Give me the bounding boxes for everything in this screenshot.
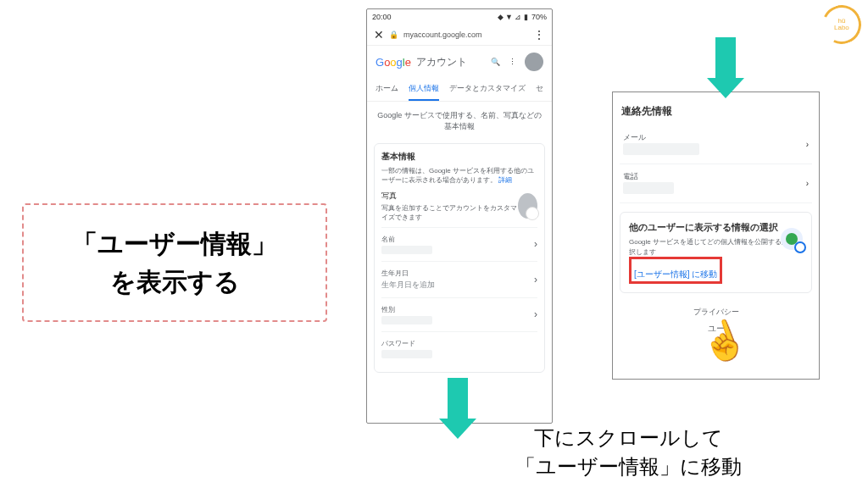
avatar[interactable] — [525, 53, 543, 71]
row-gender[interactable]: 性別 › — [381, 297, 537, 331]
header-title: アカウント — [416, 55, 467, 69]
google-logo: Google — [376, 56, 411, 69]
chevron-right-icon: › — [534, 308, 537, 320]
caption-line-2: 「ユーザー情報」に移動 — [429, 452, 827, 481]
status-icons: ◆ ▼ ⊿ ▮ — [498, 13, 528, 21]
password-value-redacted — [381, 350, 432, 358]
search-icon[interactable]: 🔍 — [491, 58, 500, 66]
tab-data-customize[interactable]: データとカスタマイズ — [449, 78, 526, 101]
row-password[interactable]: パスワード — [381, 331, 537, 365]
cutoff-text: ユー — [620, 323, 812, 335]
password-label: パスワード — [381, 339, 432, 348]
tab-security[interactable]: セ — [536, 78, 543, 101]
instruction-box: 「ユーザー情報」 を表示する — [22, 203, 327, 322]
basic-info-title: 基本情報 — [381, 151, 537, 163]
phone-screenshot: 20:00 ◆ ▼ ⊿ ▮ 70% ✕ 🔒 myaccount.google.c… — [366, 8, 553, 424]
phone-label: 電話 — [623, 171, 674, 182]
row-name[interactable]: 名前 › — [381, 227, 537, 261]
photo-sub: 写真を追加することでアカウントをカスタマイズできます — [381, 203, 518, 222]
tab-home[interactable]: ホーム — [376, 78, 398, 101]
row-phone[interactable]: 電話 › — [620, 164, 812, 203]
chevron-right-icon: › — [534, 274, 537, 286]
bottom-caption: 下にスクロールして 「ユーザー情報」に移動 — [429, 424, 827, 480]
instruction-line-1: 「ユーザー情報」 — [72, 225, 277, 263]
tabs: ホーム 個人情報 データとカスタマイズ セ — [367, 78, 552, 102]
chevron-right-icon: › — [534, 238, 537, 250]
brand-logo: hüLabo — [817, 0, 867, 49]
gender-label: 性別 — [381, 305, 432, 314]
phone-value-redacted — [623, 182, 674, 194]
lock-icon: 🔒 — [389, 30, 398, 39]
name-value-redacted — [381, 246, 432, 254]
header-menu-icon[interactable]: ⋮ — [509, 58, 516, 66]
dob-value: 生年月日を追加 — [381, 280, 435, 291]
contact-info-title: 連絡先情報 — [621, 104, 810, 119]
google-account-header: Google アカウント 🔍 ⋮ — [367, 46, 552, 78]
caption-line-1: 下にスクロールして — [429, 424, 827, 452]
chevron-right-icon: › — [806, 140, 809, 149]
tab-personal-info[interactable]: 個人情報 — [409, 78, 439, 101]
email-label: メール — [623, 132, 699, 143]
email-value-redacted — [623, 143, 699, 155]
gender-value-redacted — [381, 316, 432, 324]
goto-user-info-link[interactable]: [ユーザー情報] に移動 — [634, 269, 717, 280]
row-email[interactable]: メール › — [620, 125, 812, 164]
arrow-down-icon — [709, 37, 743, 98]
contact-info-panel: 連絡先情報 メール › 電話 › 他のユーザーに表示する情報の選択 Google… — [612, 92, 820, 380]
basic-info-card: 基本情報 一部の情報は、Google サービスを利用する他のユーザーに表示される… — [374, 143, 545, 373]
user-magnify-icon — [781, 228, 803, 250]
url-text[interactable]: myaccount.google.com — [403, 30, 528, 39]
intro-text: Google サービスで使用する、名前、写真などの基本情報 — [367, 102, 552, 140]
photo-label: 写真 — [381, 191, 518, 202]
visibility-title: 他のユーザーに表示する情報の選択 — [629, 221, 803, 234]
name-label: 名前 — [381, 235, 432, 244]
visibility-sub: Google サービスを通じてどの個人情報を公開するかを選択します — [629, 237, 803, 256]
row-dob[interactable]: 生年月日生年月日を追加 › — [381, 261, 537, 297]
dob-label: 生年月日 — [381, 269, 435, 278]
photo-avatar-icon — [518, 193, 537, 219]
browser-url-bar: ✕ 🔒 myaccount.google.com ⋮ — [367, 25, 552, 46]
close-icon[interactable]: ✕ — [374, 28, 384, 42]
row-photo[interactable]: 写真 写真を追加することでアカウントをカスタマイズできます — [381, 186, 537, 227]
status-battery: 70% — [531, 13, 547, 21]
goto-user-info-highlight: [ユーザー情報] に移動 — [629, 257, 722, 284]
browser-menu-icon[interactable]: ⋮ — [533, 28, 545, 42]
status-time: 20:00 — [372, 13, 392, 21]
privacy-text: プライバシー — [620, 307, 812, 318]
basic-info-sub: 一部の情報は、Google サービスを利用する他のユーザーに表示される場合があり… — [381, 166, 537, 185]
visibility-card: 他のユーザーに表示する情報の選択 Google サービスを通じてどの個人情報を公… — [620, 212, 812, 293]
status-bar: 20:00 ◆ ▼ ⊿ ▮ 70% — [367, 9, 552, 25]
details-link[interactable]: 詳細 — [498, 176, 512, 184]
chevron-right-icon: › — [806, 179, 809, 188]
instruction-line-2: を表示する — [110, 263, 240, 301]
